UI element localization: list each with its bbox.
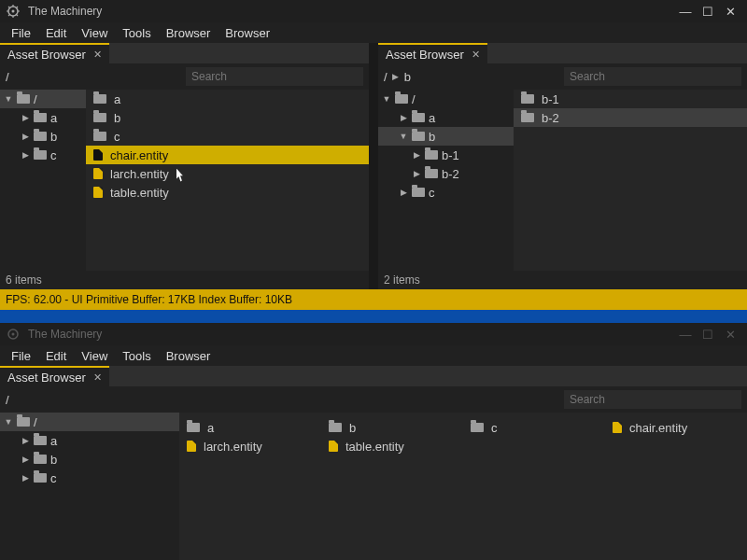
tree-label: / <box>34 415 37 429</box>
menu-browser[interactable]: Browser <box>159 347 218 365</box>
tree-row[interactable]: ▶a <box>0 431 179 450</box>
grid-item[interactable]: table.entity <box>321 437 463 455</box>
menu-edit[interactable]: Edit <box>38 24 74 42</box>
tree-label: a <box>50 434 57 448</box>
list-item-selected[interactable]: chair.entity <box>86 146 369 164</box>
chevron-right-icon[interactable]: ▶ <box>21 132 30 141</box>
app-logo-icon <box>6 4 21 19</box>
breadcrumb-root[interactable]: / <box>6 70 9 84</box>
tree-row[interactable]: ▶ a <box>0 108 86 127</box>
tabstrip: Asset Browser ✕ <box>0 366 747 386</box>
menu-edit[interactable]: Edit <box>38 347 74 365</box>
close-button[interactable]: ✕ <box>719 5 741 19</box>
list-item[interactable]: a <box>86 90 369 108</box>
tab-asset-browser[interactable]: Asset Browser ✕ <box>0 43 109 63</box>
grid-item[interactable]: c <box>463 418 605 437</box>
list-item[interactable]: b-2 <box>514 108 747 127</box>
chevron-right-icon[interactable]: ▶ <box>399 113 408 122</box>
tree-row[interactable]: ▶b <box>0 450 179 469</box>
tree-row[interactable]: ▶ c <box>0 146 86 164</box>
list-item[interactable]: b-1 <box>514 90 747 108</box>
perf-overlay: FPS: 62.00 - UI Primitive Buffer: 17KB I… <box>0 289 747 310</box>
menubar: File Edit View Tools Browser Browser <box>0 22 747 43</box>
close-button[interactable]: ✕ <box>719 328 741 342</box>
menu-view[interactable]: View <box>74 347 115 365</box>
tab-label: Asset Browser <box>7 48 86 62</box>
breadcrumb-root[interactable]: / <box>384 70 388 84</box>
chevron-down-icon[interactable]: ▼ <box>399 132 408 141</box>
breadcrumb-folder[interactable]: b <box>404 70 411 84</box>
minimize-button[interactable]: — <box>674 5 697 19</box>
status-bar: 6 items <box>0 271 369 289</box>
maximize-button[interactable]: ☐ <box>697 328 719 342</box>
app-logo-icon <box>6 327 21 342</box>
tab-close-icon[interactable]: ✕ <box>93 49 102 61</box>
chevron-right-icon[interactable]: ▶ <box>412 150 421 160</box>
chevron-right-icon[interactable]: ▶ <box>21 150 30 160</box>
tree-row[interactable]: ▶a <box>378 108 514 127</box>
tree-row[interactable]: ▶ b <box>0 127 86 146</box>
titlebar[interactable]: The Machinery — ☐ ✕ <box>0 0 747 22</box>
tree-row-selected[interactable]: ▼b <box>378 127 514 146</box>
entity-file-icon <box>613 422 622 433</box>
chevron-right-icon[interactable]: ▶ <box>21 436 30 445</box>
pathbar: / <box>0 63 369 90</box>
grid-item-label: chair.entity <box>629 421 687 435</box>
tree-row[interactable]: ▶b-1 <box>378 146 514 164</box>
search-input[interactable] <box>186 67 363 86</box>
tabstrip: Asset Browser ✕ <box>0 43 369 63</box>
chevron-down-icon[interactable]: ▼ <box>382 94 391 104</box>
chevron-right-icon[interactable]: ▶ <box>21 113 30 122</box>
folder-icon <box>17 94 30 104</box>
chevron-right-icon[interactable]: ▶ <box>21 455 30 464</box>
grid-item[interactable]: larch.entity <box>179 437 321 455</box>
search-input[interactable] <box>564 67 741 86</box>
chevron-right-icon[interactable]: ▶ <box>412 169 421 178</box>
chevron-down-icon[interactable]: ▼ <box>4 94 13 104</box>
list-item-label: b-1 <box>542 92 559 106</box>
menu-browser[interactable]: Browser <box>159 24 218 42</box>
menu-file[interactable]: File <box>4 24 38 42</box>
breadcrumb-root[interactable]: / <box>6 393 9 407</box>
tab-close-icon[interactable]: ✕ <box>472 49 480 61</box>
folder-icon <box>521 94 534 104</box>
maximize-button[interactable]: ☐ <box>697 5 719 19</box>
chevron-right-icon[interactable]: ▶ <box>21 473 30 483</box>
chevron-right-icon[interactable]: ▶ <box>399 188 408 197</box>
list-item[interactable]: table.entity <box>86 183 369 202</box>
folder-icon <box>17 417 30 427</box>
tree-row[interactable]: ▶c <box>0 469 179 487</box>
tab-asset-browser[interactable]: Asset Browser ✕ <box>0 366 109 386</box>
tree-row-root[interactable]: ▼/ <box>378 90 514 108</box>
minimize-button[interactable]: — <box>674 328 697 342</box>
grid-item[interactable]: b <box>321 418 463 437</box>
perf-text: FPS: 62.00 - UI Primitive Buffer: 17KB I… <box>6 293 292 306</box>
grid-item-label: c <box>491 421 498 435</box>
menu-browser-2[interactable]: Browser <box>218 24 277 42</box>
grid-item[interactable]: a <box>179 418 321 437</box>
grid-item[interactable]: chair.entity <box>605 418 747 437</box>
titlebar[interactable]: The Machinery — ☐ ✕ <box>0 323 747 345</box>
entity-file-icon <box>93 149 103 161</box>
chevron-down-icon[interactable]: ▼ <box>4 417 13 427</box>
tab-asset-browser[interactable]: Asset Browser ✕ <box>378 43 487 63</box>
folder-icon <box>425 150 438 160</box>
tree-label: b <box>50 453 57 467</box>
tree-row-root[interactable]: ▼/ <box>0 413 179 431</box>
list-item[interactable]: larch.entity <box>86 164 369 183</box>
tree-row[interactable]: ▶b-2 <box>378 164 514 183</box>
menu-tools[interactable]: Tools <box>115 347 158 365</box>
tab-close-icon[interactable]: ✕ <box>93 371 102 384</box>
menu-tools[interactable]: Tools <box>115 24 158 42</box>
menu-view[interactable]: View <box>74 24 115 42</box>
tree-row[interactable]: ▶c <box>378 183 514 202</box>
folder-tree: ▼/ ▶a ▼b ▶b-1 ▶b-2 ▶c <box>378 90 514 271</box>
folder-icon <box>34 473 47 483</box>
list-item[interactable]: b <box>86 108 369 127</box>
menu-file[interactable]: File <box>4 347 38 365</box>
folder-icon <box>187 423 200 432</box>
search-input[interactable] <box>564 390 741 409</box>
list-item[interactable]: c <box>86 127 369 146</box>
content-list: a b c chair.entity larch.entity table.en… <box>86 90 369 271</box>
tree-row-root[interactable]: ▼ / <box>0 90 86 108</box>
